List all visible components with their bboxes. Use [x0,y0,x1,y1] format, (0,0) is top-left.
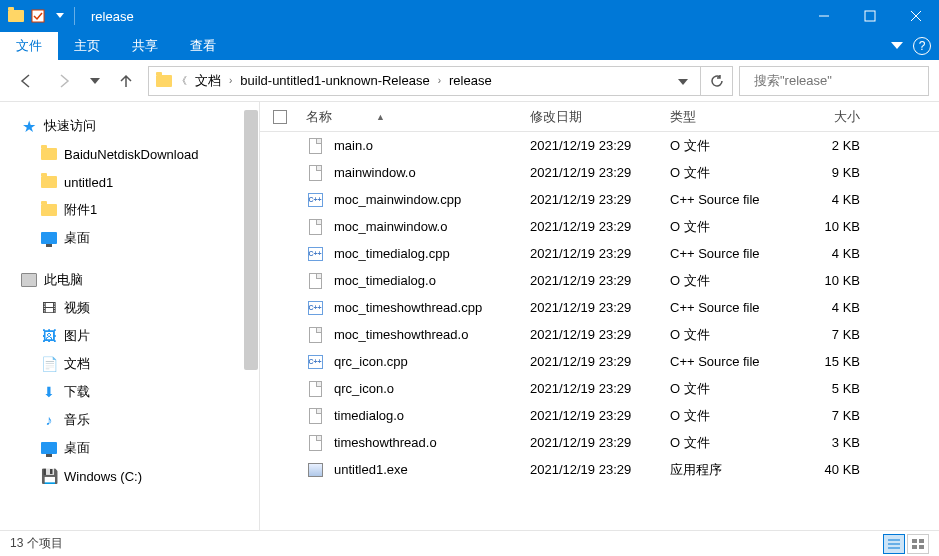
sidebar-item[interactable]: 桌面 [0,224,259,252]
up-button[interactable] [110,67,142,95]
tab-share[interactable]: 共享 [116,32,174,60]
svg-rect-11 [919,539,924,543]
file-size: 4 KB [800,246,880,261]
select-all-checkbox[interactable] [273,110,287,124]
file-row[interactable]: mainwindow.o2021/12/19 23:29O 文件9 KB [260,159,939,186]
file-size: 2 KB [800,138,880,153]
sidebar: ★ 快速访问 BaiduNetdiskDownloaduntitled1附件1桌… [0,102,260,530]
file-list: 名称▲ 修改日期 类型 大小 main.o2021/12/19 23:29O 文… [260,102,939,530]
drive-icon: 💾 [40,467,58,485]
qat-dropdown-icon[interactable] [50,6,70,26]
breadcrumb-dropdown-icon[interactable] [672,73,694,88]
file-row[interactable]: C++qrc_icon.cpp2021/12/19 23:29C++ Sourc… [260,348,939,375]
file-row[interactable]: qrc_icon.o2021/12/19 23:29O 文件5 KB [260,375,939,402]
sidebar-item[interactable]: 桌面 [0,434,259,462]
file-type: C++ Source file [670,354,800,369]
file-row[interactable]: untitled1.exe2021/12/19 23:29应用程序40 KB [260,456,939,483]
file-type: 应用程序 [670,461,800,479]
chevron-right-icon[interactable]: › [438,75,441,86]
minimize-button[interactable] [801,0,847,32]
breadcrumb-folder-icon [155,72,173,90]
scrollbar[interactable] [244,110,258,370]
file-row[interactable]: moc_mainwindow.o2021/12/19 23:29O 文件10 K… [260,213,939,240]
cpp-file-icon: C++ [306,191,324,209]
back-button[interactable] [10,67,42,95]
sidebar-this-pc[interactable]: 此电脑 [0,266,259,294]
sidebar-item[interactable]: ♪音乐 [0,406,259,434]
svg-rect-10 [912,539,917,543]
doc-file-icon [306,218,324,236]
file-row[interactable]: main.o2021/12/19 23:29O 文件2 KB [260,132,939,159]
file-row[interactable]: moc_timedialog.o2021/12/19 23:29O 文件10 K… [260,267,939,294]
qat-properties-icon[interactable] [28,6,48,26]
column-date[interactable]: 修改日期 [530,108,670,126]
file-type: C++ Source file [670,246,800,261]
chevron-icon[interactable]: 《 [177,74,187,88]
file-name: moc_timeshowthread.cpp [334,300,482,315]
ribbon-expand-icon[interactable] [891,42,903,50]
svg-rect-13 [919,545,924,549]
view-details-button[interactable] [883,534,905,554]
file-name: qrc_icon.o [334,381,394,396]
search-input[interactable] [754,73,922,88]
file-size: 3 KB [800,435,880,450]
file-row[interactable]: C++moc_mainwindow.cpp2021/12/19 23:29C++… [260,186,939,213]
pictures-icon: 🖼 [40,327,58,345]
help-icon[interactable]: ? [913,37,931,55]
tab-view[interactable]: 查看 [174,32,232,60]
sidebar-item[interactable]: 附件1 [0,196,259,224]
file-date: 2021/12/19 23:29 [530,354,670,369]
file-row[interactable]: timeshowthread.o2021/12/19 23:29O 文件3 KB [260,429,939,456]
chevron-right-icon[interactable]: › [229,75,232,86]
breadcrumb-item[interactable]: release [445,73,496,88]
pc-icon [20,271,38,289]
sidebar-item-label: BaiduNetdiskDownload [64,147,198,162]
file-row[interactable]: C++moc_timedialog.cpp2021/12/19 23:29C++… [260,240,939,267]
file-size: 5 KB [800,381,880,396]
breadcrumb-item[interactable]: build-untitled1-unknown-Release [236,73,433,88]
sidebar-item-label: 下载 [64,383,90,401]
sort-asc-icon: ▲ [376,112,385,122]
breadcrumb[interactable]: 《 文档 › build-untitled1-unknown-Release ›… [148,66,701,96]
doc-file-icon [306,164,324,182]
close-button[interactable] [893,0,939,32]
sidebar-item[interactable]: BaiduNetdiskDownload [0,140,259,168]
maximize-button[interactable] [847,0,893,32]
file-type: O 文件 [670,218,800,236]
forward-button[interactable] [48,67,80,95]
desktop-icon [40,439,58,457]
file-row[interactable]: C++moc_timeshowthread.cpp2021/12/19 23:2… [260,294,939,321]
file-type: C++ Source file [670,192,800,207]
file-row[interactable]: moc_timeshowthread.o2021/12/19 23:29O 文件… [260,321,939,348]
sidebar-item[interactable]: 📄文档 [0,350,259,378]
sidebar-label: 快速访问 [44,117,96,135]
search-box[interactable] [739,66,929,96]
column-size[interactable]: 大小 [800,108,880,126]
sidebar-item[interactable]: 💾Windows (C:) [0,462,259,490]
breadcrumb-item[interactable]: 文档 [191,72,225,90]
sidebar-item-label: 视频 [64,299,90,317]
column-name[interactable]: 名称▲ [300,108,530,126]
sidebar-item-label: untitled1 [64,175,113,190]
file-type: O 文件 [670,380,800,398]
refresh-button[interactable] [701,66,733,96]
sidebar-quick-access[interactable]: ★ 快速访问 [0,112,259,140]
tab-home[interactable]: 主页 [58,32,116,60]
titlebar: release [0,0,939,32]
svg-rect-12 [912,545,917,549]
file-size: 10 KB [800,219,880,234]
cpp-file-icon: C++ [306,299,324,317]
recent-dropdown[interactable] [86,67,104,95]
file-row[interactable]: timedialog.o2021/12/19 23:29O 文件7 KB [260,402,939,429]
file-size: 4 KB [800,300,880,315]
tab-file[interactable]: 文件 [0,32,58,60]
sidebar-item[interactable]: 🎞视频 [0,294,259,322]
sidebar-item[interactable]: untitled1 [0,168,259,196]
sidebar-item[interactable]: ⬇下载 [0,378,259,406]
file-size: 4 KB [800,192,880,207]
file-size: 7 KB [800,327,880,342]
window-title: release [83,9,801,24]
column-type[interactable]: 类型 [670,108,800,126]
sidebar-item[interactable]: 🖼图片 [0,322,259,350]
view-icons-button[interactable] [907,534,929,554]
